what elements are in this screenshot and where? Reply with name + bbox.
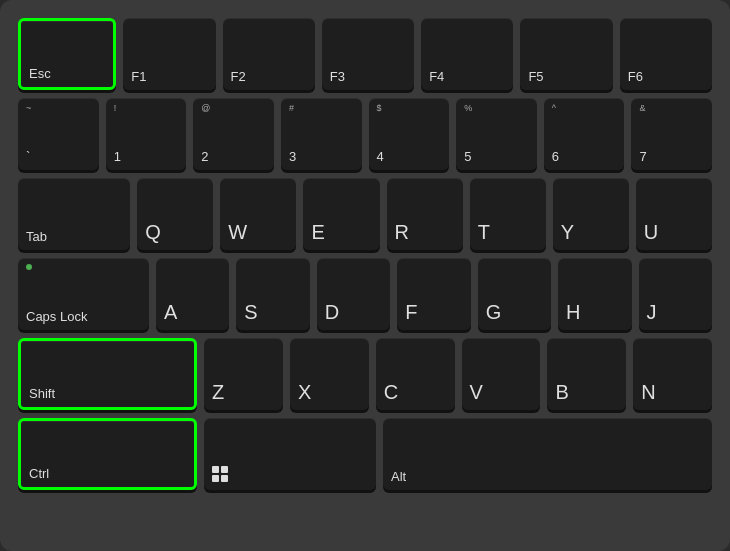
key-r[interactable]: R <box>387 178 463 250</box>
key-5-sub: % <box>464 103 472 113</box>
key-a[interactable]: A <box>156 258 229 330</box>
key-7[interactable]: & 7 <box>631 98 712 170</box>
key-e-label: E <box>311 221 324 244</box>
key-x-label: X <box>298 381 311 404</box>
key-j-label: J <box>647 301 657 324</box>
key-f6-label: F6 <box>628 69 643 84</box>
key-f5[interactable]: F5 <box>520 18 612 90</box>
key-6-label: 6 <box>552 149 559 164</box>
key-t-label: T <box>478 221 490 244</box>
key-y-label: Y <box>561 221 574 244</box>
key-2[interactable]: @ 2 <box>193 98 274 170</box>
key-5-label: 5 <box>464 149 471 164</box>
row-asdf: Caps Lock A S D F G H J <box>18 258 712 330</box>
key-1[interactable]: ! 1 <box>106 98 187 170</box>
row-qwerty: Tab Q W E R T Y U <box>18 178 712 250</box>
key-e[interactable]: E <box>303 178 379 250</box>
key-f6[interactable]: F6 <box>620 18 712 90</box>
key-capslock-label: Caps Lock <box>26 309 87 324</box>
key-ctrl-label: Ctrl <box>29 466 49 481</box>
key-q-label: Q <box>145 221 161 244</box>
key-w-label: W <box>228 221 247 244</box>
key-f5-label: F5 <box>528 69 543 84</box>
key-b-label: B <box>555 381 568 404</box>
key-f1[interactable]: F1 <box>123 18 215 90</box>
key-j[interactable]: J <box>639 258 712 330</box>
key-esc-label: Esc <box>29 66 51 81</box>
row-fn: Esc F1 F2 F3 F4 F5 F6 <box>18 18 712 90</box>
caps-lock-indicator <box>26 264 32 270</box>
key-esc[interactable]: Esc <box>18 18 116 90</box>
key-6-sub: ^ <box>552 103 556 113</box>
key-backtick[interactable]: ~ ` <box>18 98 99 170</box>
key-a-label: A <box>164 301 177 324</box>
key-win[interactable] <box>204 418 377 490</box>
key-3[interactable]: # 3 <box>281 98 362 170</box>
key-d-label: D <box>325 301 339 324</box>
key-u-label: U <box>644 221 658 244</box>
key-f2-label: F2 <box>231 69 246 84</box>
windows-icon <box>212 466 228 482</box>
key-b[interactable]: B <box>547 338 626 410</box>
row-ctrl: Ctrl Alt <box>18 418 712 490</box>
key-c[interactable]: C <box>376 338 455 410</box>
key-y[interactable]: Y <box>553 178 629 250</box>
key-3-label: 3 <box>289 149 296 164</box>
key-capslock[interactable]: Caps Lock <box>18 258 149 330</box>
key-backtick-label: ` <box>26 149 30 164</box>
key-s-label: S <box>244 301 257 324</box>
key-1-sub: ! <box>114 103 117 113</box>
key-c-label: C <box>384 381 398 404</box>
key-2-label: 2 <box>201 149 208 164</box>
key-f4[interactable]: F4 <box>421 18 513 90</box>
key-v-label: V <box>470 381 483 404</box>
key-backtick-sub: ~ <box>26 103 31 113</box>
key-s[interactable]: S <box>236 258 309 330</box>
key-5[interactable]: % 5 <box>456 98 537 170</box>
key-2-sub: @ <box>201 103 210 113</box>
key-u[interactable]: U <box>636 178 712 250</box>
key-g-label: G <box>486 301 502 324</box>
key-z-label: Z <box>212 381 224 404</box>
key-alt-label: Alt <box>391 469 406 484</box>
key-f1-label: F1 <box>131 69 146 84</box>
key-6[interactable]: ^ 6 <box>544 98 625 170</box>
key-h[interactable]: H <box>558 258 631 330</box>
row-zxcv: Shift Z X C V B N <box>18 338 712 410</box>
keyboard: Esc F1 F2 F3 F4 F5 F6 ~ ` ! 1 @ <box>0 0 730 551</box>
key-7-sub: & <box>639 103 645 113</box>
key-q[interactable]: Q <box>137 178 213 250</box>
key-tab[interactable]: Tab <box>18 178 130 250</box>
key-shift-label: Shift <box>29 386 55 401</box>
key-f3-label: F3 <box>330 69 345 84</box>
key-w[interactable]: W <box>220 178 296 250</box>
key-v[interactable]: V <box>462 338 541 410</box>
key-3-sub: # <box>289 103 294 113</box>
key-4-sub: $ <box>377 103 382 113</box>
key-f4-label: F4 <box>429 69 444 84</box>
key-f3[interactable]: F3 <box>322 18 414 90</box>
key-f2[interactable]: F2 <box>223 18 315 90</box>
key-f[interactable]: F <box>397 258 470 330</box>
key-tab-label: Tab <box>26 229 47 244</box>
key-x[interactable]: X <box>290 338 369 410</box>
key-t[interactable]: T <box>470 178 546 250</box>
key-h-label: H <box>566 301 580 324</box>
key-d[interactable]: D <box>317 258 390 330</box>
row-num: ~ ` ! 1 @ 2 # 3 $ 4 % 5 ^ 6 & 7 <box>18 98 712 170</box>
key-n[interactable]: N <box>633 338 712 410</box>
key-ctrl-left[interactable]: Ctrl <box>18 418 197 490</box>
key-1-label: 1 <box>114 149 121 164</box>
key-f-label: F <box>405 301 417 324</box>
key-g[interactable]: G <box>478 258 551 330</box>
key-r-label: R <box>395 221 409 244</box>
key-shift-left[interactable]: Shift <box>18 338 197 410</box>
key-n-label: N <box>641 381 655 404</box>
key-4[interactable]: $ 4 <box>369 98 450 170</box>
key-z[interactable]: Z <box>204 338 283 410</box>
key-7-label: 7 <box>639 149 646 164</box>
key-4-label: 4 <box>377 149 384 164</box>
key-alt-left[interactable]: Alt <box>383 418 712 490</box>
